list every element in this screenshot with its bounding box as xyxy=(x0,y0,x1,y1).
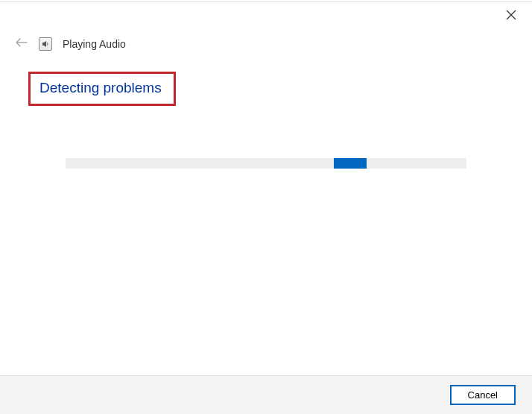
svg-marker-2 xyxy=(42,41,46,47)
progress-bar xyxy=(66,158,466,169)
close-icon xyxy=(506,10,516,23)
heading-highlight-box: Detecting problems xyxy=(28,72,176,106)
status-heading: Detecting problems xyxy=(39,80,162,96)
footer-bar: Cancel xyxy=(0,375,532,414)
progress-indicator xyxy=(334,158,367,169)
back-button[interactable] xyxy=(15,37,28,51)
cancel-button[interactable]: Cancel xyxy=(450,385,516,405)
header-row: Playing Audio xyxy=(15,37,126,51)
close-button[interactable] xyxy=(505,10,517,22)
back-arrow-icon xyxy=(16,37,28,51)
top-border xyxy=(0,1,532,2)
audio-icon xyxy=(39,37,52,51)
troubleshooter-title: Playing Audio xyxy=(63,38,126,50)
